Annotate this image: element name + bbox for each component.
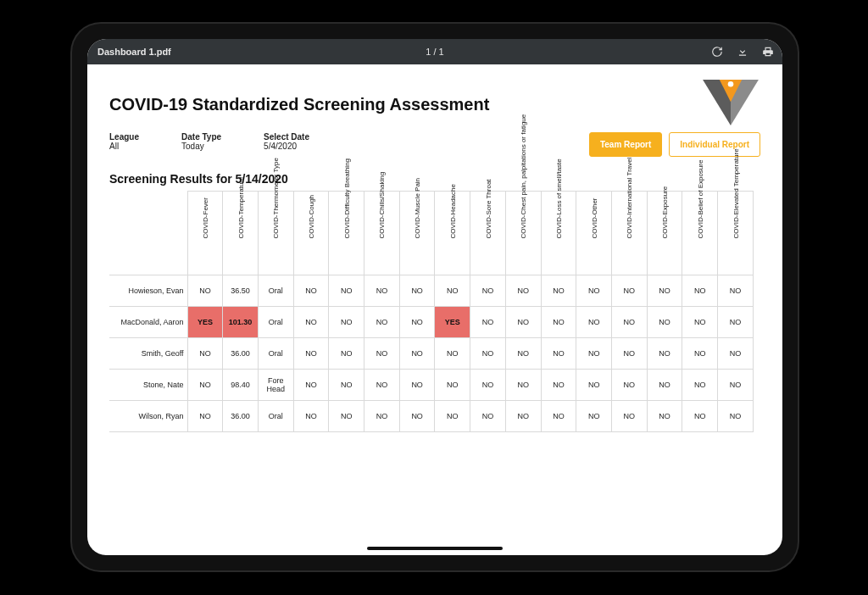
table-row: Stone, NateNO98.40Fore HeadNONONONONONON… (110, 370, 754, 401)
table-cell: NO (647, 338, 682, 370)
column-header: COVID-Chills/Shaking (364, 192, 400, 275)
table-cell: NO (435, 401, 470, 432)
table-cell: NO (576, 275, 612, 307)
filename-label: Dashboard 1.pdf (87, 47, 171, 57)
table-cell: 36.00 (223, 401, 259, 432)
table-cell: NO (187, 338, 223, 370)
table-cell: NO (647, 401, 682, 432)
table-cell: NO (541, 338, 576, 370)
page-indicator: 1 / 1 (426, 47, 443, 57)
table-cell: NO (399, 401, 435, 432)
row-name: Smith, Geoff (110, 338, 188, 370)
results-table: COVID-FeverCOVID-TemperatureCOVID-Thermo… (109, 191, 754, 432)
table-cell: NO (505, 275, 541, 307)
column-header: COVID-International Travel (612, 192, 648, 275)
table-cell: NO (187, 401, 223, 432)
table-cell: 101.30 (223, 307, 259, 338)
filter-league: League All (109, 132, 139, 151)
table-cell: NO (576, 338, 612, 370)
column-header: COVID-Elevated Temperature (718, 192, 754, 275)
table-cell: NO (718, 401, 754, 432)
row-name: Howieson, Evan (110, 275, 188, 307)
table-row: MacDonald, AaronYES101.30OralNONONONOYES… (110, 307, 754, 338)
table-cell: NO (576, 370, 612, 401)
filter-date-type: Date Type Today (181, 132, 221, 151)
table-cell: NO (364, 401, 400, 432)
table-cell: NO (541, 307, 576, 338)
document-page: COVID-19 Standardized Screening Assessme… (87, 64, 782, 555)
table-cell: NO (187, 370, 223, 401)
print-icon[interactable] (762, 46, 774, 58)
table-cell: NO (647, 370, 682, 401)
table-cell: NO (293, 275, 329, 307)
column-header: COVID-Cough (293, 192, 329, 275)
column-header: COVID-Sore Throat (470, 192, 506, 275)
column-header: COVID-Muscle Pain (399, 192, 435, 275)
table-cell: NO (399, 338, 435, 370)
table-cell: NO (718, 338, 754, 370)
table-row: Howieson, EvanNO36.50OralNONONONONONONON… (110, 275, 754, 307)
table-cell: NO (612, 401, 648, 432)
column-header: COVID-Belief of Exposure (682, 192, 718, 275)
table-cell: NO (505, 338, 541, 370)
column-header: COVID-Headache (435, 192, 470, 275)
home-indicator[interactable] (367, 547, 503, 550)
table-cell: 36.00 (223, 338, 259, 370)
column-header: COVID-Temperature (223, 192, 259, 275)
filters-row: League All Date Type Today Select Date 5… (109, 132, 760, 157)
column-header: COVID-Other (576, 192, 612, 275)
table-cell: NO (682, 370, 718, 401)
table-cell: NO (647, 275, 682, 307)
table-cell: NO (364, 370, 400, 401)
pdf-toolbar: Dashboard 1.pdf 1 / 1 (87, 39, 782, 64)
table-cell: NO (612, 370, 648, 401)
table-cell: NO (435, 370, 470, 401)
table-cell: NO (435, 338, 470, 370)
table-cell: NO (293, 370, 329, 401)
table-cell: YES (435, 307, 470, 338)
table-cell: NO (329, 307, 364, 338)
table-cell: NO (576, 401, 612, 432)
table-cell: NO (435, 275, 470, 307)
table-cell: 98.40 (223, 370, 259, 401)
table-cell: NO (682, 307, 718, 338)
table-cell: NO (612, 307, 648, 338)
screen: Dashboard 1.pdf 1 / 1 COVID-19 Standardi… (87, 39, 782, 555)
column-header: COVID-Difficulty Breathing (329, 192, 364, 275)
table-cell: NO (505, 401, 541, 432)
table-cell: NO (293, 338, 329, 370)
table-cell: NO (682, 401, 718, 432)
column-header: COVID-Loss of smell/taste (541, 192, 576, 275)
table-cell: NO (718, 370, 754, 401)
column-header: COVID-Fever (187, 192, 223, 275)
table-cell: NO (470, 370, 506, 401)
table-cell: 36.50 (223, 275, 259, 307)
column-header-name (110, 192, 188, 275)
table-cell: NO (612, 275, 648, 307)
rotate-icon[interactable] (711, 46, 723, 58)
table-cell: NO (718, 275, 754, 307)
download-icon[interactable] (737, 46, 748, 58)
individual-report-button[interactable]: Individual Report (669, 132, 760, 157)
table-cell: NO (293, 307, 329, 338)
table-cell: NO (329, 401, 364, 432)
table-cell: NO (293, 401, 329, 432)
table-cell: Fore Head (258, 370, 293, 401)
table-cell: NO (576, 307, 612, 338)
table-cell: NO (470, 338, 506, 370)
team-report-button[interactable]: Team Report (589, 132, 662, 157)
table-cell: NO (470, 307, 506, 338)
table-cell: Oral (258, 338, 293, 370)
table-cell: NO (329, 370, 364, 401)
svg-point-3 (728, 81, 734, 87)
table-cell: NO (399, 370, 435, 401)
table-cell: NO (364, 307, 400, 338)
table-row: Wilson, RyanNO36.00OralNONONONONONONONON… (110, 401, 754, 432)
table-cell: NO (364, 338, 400, 370)
table-cell: NO (364, 275, 400, 307)
table-cell: NO (399, 275, 435, 307)
table-cell: NO (541, 275, 576, 307)
row-name: MacDonald, Aaron (110, 307, 188, 338)
row-name: Stone, Nate (110, 370, 188, 401)
table-row: Smith, GeoffNO36.00OralNONONONONONONONON… (110, 338, 754, 370)
